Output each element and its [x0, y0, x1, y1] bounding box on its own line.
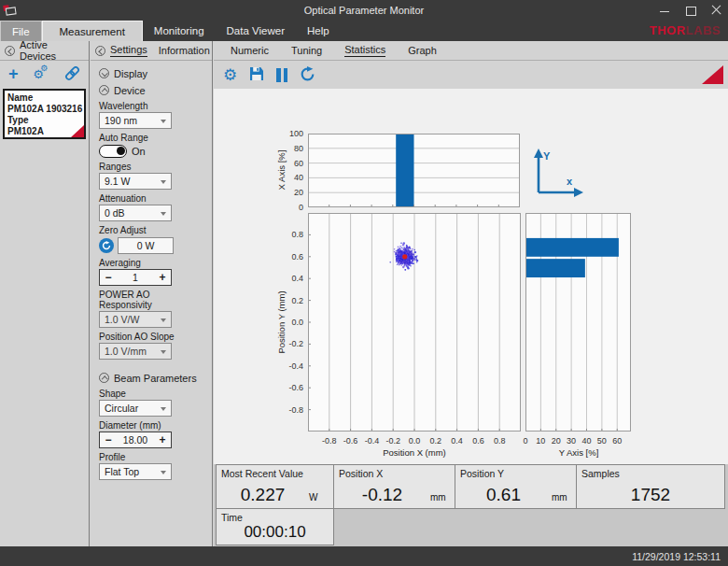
averaging-label: Averaging — [99, 258, 203, 268]
window-controls — [659, 0, 722, 21]
x-axis-arrow-label: x — [567, 176, 572, 187]
diameter-label: Diameter (mm) — [99, 420, 203, 431]
ranges-select[interactable]: 9.1 W — [99, 173, 172, 190]
increment-button[interactable]: + — [154, 433, 171, 446]
configure-devices-icon[interactable]: ⚙ ⚙ — [33, 66, 49, 81]
tab-graph[interactable]: Graph — [408, 45, 437, 56]
xhist-ytick-labels: 020406080100 — [283, 134, 305, 207]
auto-range-toggle[interactable] — [99, 145, 127, 158]
position-x-value: -0.12 — [334, 485, 430, 505]
samples-panel: Samples 1752 — [576, 464, 725, 509]
power-ao-select[interactable]: 1.0 V/W — [99, 311, 172, 328]
add-device-icon[interactable]: + — [8, 66, 19, 81]
statistics-toolbar: ⚙ — [214, 61, 728, 89]
unit-label: mm — [430, 492, 455, 502]
yhist-xtick-labels: 0102030405060 — [525, 436, 631, 447]
menu-file[interactable]: File — [0, 21, 42, 41]
averaging-value: 1 — [117, 272, 154, 283]
chevron-down-icon — [161, 212, 166, 216]
profile-select[interactable]: Flat Top — [99, 463, 172, 480]
collapse-panel-icon[interactable] — [5, 46, 15, 56]
position-y-panel: Position Y 0.61mm — [455, 464, 577, 509]
time-value: 00:00:10 — [217, 523, 333, 542]
zero-adjust-label: Zero Adjust — [99, 225, 203, 235]
tab-tuning[interactable]: Tuning — [291, 45, 322, 56]
readout-strip: Most Recent Value 0.227W Position X -0.1… — [214, 464, 728, 546]
menu-data-viewer[interactable]: Data Viewer — [216, 21, 296, 41]
chevron-down-icon — [99, 68, 109, 78]
zero-adjust-icon[interactable] — [99, 238, 114, 253]
chevron-down-icon — [161, 318, 166, 322]
app-logo-icon — [3, 4, 19, 17]
auto-range-state: On — [132, 146, 146, 157]
attenuation-label: Attenuation — [99, 193, 203, 204]
save-icon[interactable] — [249, 66, 264, 83]
increment-button[interactable]: + — [154, 271, 171, 284]
position-x-panel: Position X -0.12mm — [333, 464, 455, 509]
profile-label: Profile — [99, 452, 203, 462]
close-icon[interactable] — [711, 5, 722, 16]
ranges-label: Ranges — [99, 162, 203, 172]
device-name-value: PM102A 1903216 — [7, 104, 81, 115]
status-datetime: 11/29/2019 12:53:11 — [632, 551, 721, 562]
app-window: Optical Parameter Monitor File Measureme… — [0, 0, 728, 566]
diameter-value: 18.00 — [117, 434, 154, 446]
xy-orientation-icon: Y x — [529, 148, 589, 200]
tab-information[interactable]: Information — [159, 45, 210, 56]
averaging-stepper[interactable]: − 1 + — [99, 269, 172, 286]
collapse-panel-icon[interactable] — [95, 46, 105, 56]
connect-device-icon[interactable] — [64, 66, 80, 82]
chevron-up-icon — [99, 373, 109, 383]
scatter-x-axis-label: Position X (mm) — [383, 447, 446, 458]
device-card[interactable]: Name PM102A 1903216 Type PM102A — [3, 89, 86, 139]
y-histogram-plot — [525, 213, 631, 432]
decrement-button[interactable]: − — [100, 433, 117, 446]
tab-settings[interactable]: Settings — [110, 44, 147, 57]
x-histogram-plot — [308, 134, 520, 207]
section-device[interactable]: Device — [99, 83, 203, 97]
chevron-down-icon — [161, 120, 166, 123]
decrement-button[interactable]: − — [100, 271, 117, 284]
chevron-down-icon — [161, 407, 166, 411]
active-devices-header: Active Devices — [0, 41, 89, 61]
alert-corner-marker — [702, 65, 723, 84]
main-panel: Numeric Tuning Statistics Graph ⚙ X Axis… — [214, 41, 728, 546]
scatter-ytick-labels: 0.80.60.40.20.0-0.2-0.4-0.6-0.8 — [283, 213, 305, 432]
shape-label: Shape — [99, 389, 203, 399]
chevron-up-icon — [99, 85, 109, 95]
maximize-icon[interactable] — [685, 5, 696, 16]
position-y-value: 0.61 — [455, 485, 552, 505]
shape-select[interactable]: Circular — [99, 400, 172, 417]
statistics-charts: X Axis [%] 020406080100 Y x Position Y (… — [214, 89, 728, 464]
section-beam-parameters[interactable]: Beam Parameters — [99, 371, 203, 385]
active-devices-panel: Active Devices + ⚙ ⚙ Name PM102A 1903216… — [0, 41, 90, 546]
tab-statistics[interactable]: Statistics — [344, 44, 385, 57]
thorlabs-logo: THORLABS — [650, 23, 721, 37]
samples-value: 1752 — [577, 485, 724, 505]
zero-adjust-value[interactable]: 0 W — [118, 237, 174, 254]
menu-help[interactable]: Help — [296, 21, 341, 41]
most-recent-value-panel: Most Recent Value 0.227W — [216, 464, 334, 509]
minimize-icon[interactable] — [659, 5, 670, 16]
reset-icon[interactable] — [300, 66, 315, 84]
tab-numeric[interactable]: Numeric — [231, 45, 269, 56]
wavelength-select[interactable]: 190 nm — [99, 112, 172, 129]
auto-range-label: Auto Range — [99, 133, 203, 143]
toggle-knob — [117, 147, 125, 155]
menu-monitoring[interactable]: Monitoring — [143, 21, 216, 41]
diameter-stepper[interactable]: − 18.00 + — [99, 432, 172, 448]
position-ao-select[interactable]: 1.0 V/mm — [99, 343, 172, 360]
device-selected-marker — [71, 125, 84, 137]
yhist-axis-label: Y Axis [%] — [559, 447, 599, 458]
scatter-xtick-labels: -0.8-0.6-0.4-0.20.00.20.40.60.8 — [308, 436, 521, 447]
wavelength-label: Wavelength — [99, 101, 203, 111]
attenuation-select[interactable]: 0 dB — [99, 205, 172, 221]
pause-icon[interactable] — [276, 68, 287, 82]
unit-label: W — [309, 492, 333, 502]
device-name-label: Name — [7, 92, 81, 104]
chart-settings-icon[interactable]: ⚙ — [223, 67, 237, 83]
chevron-down-icon — [161, 471, 166, 474]
section-display[interactable]: Display — [99, 66, 203, 80]
menu-measurement[interactable]: Measurement — [42, 21, 143, 41]
menu-bar: File Measurement Monitoring Data Viewer … — [0, 21, 728, 41]
